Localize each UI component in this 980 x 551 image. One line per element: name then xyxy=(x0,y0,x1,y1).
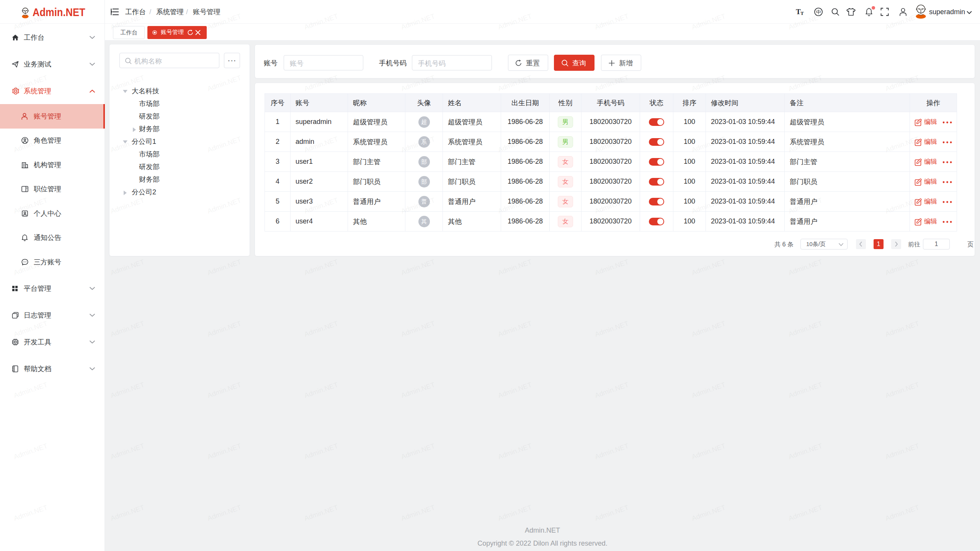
svg-text:T: T xyxy=(800,10,804,16)
svg-text:中: 中 xyxy=(816,9,821,15)
